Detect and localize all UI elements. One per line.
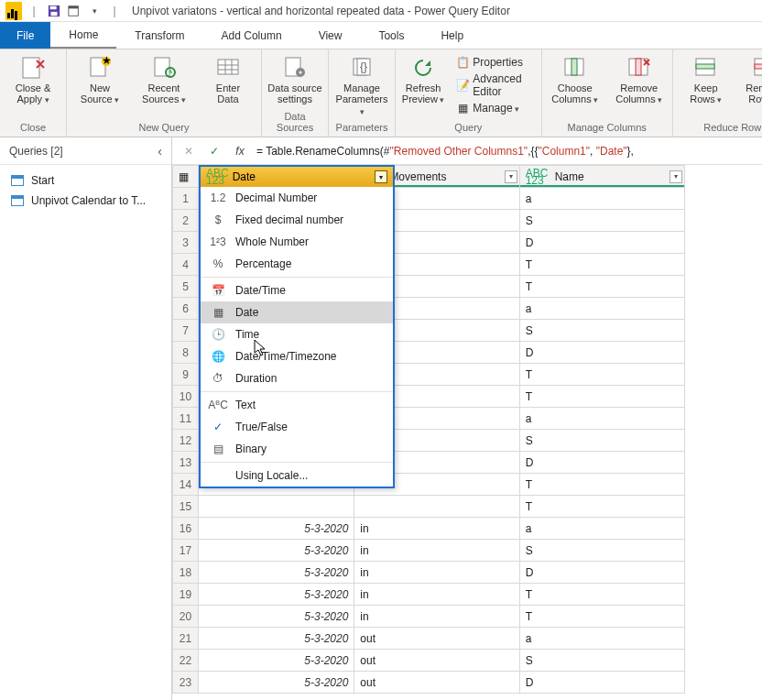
manage-button[interactable]: ▦Manage bbox=[454, 101, 521, 115]
cell-movements[interactable] bbox=[354, 496, 519, 518]
table-row[interactable]: 205-3-2020inT bbox=[173, 606, 685, 628]
tab-add-column[interactable]: Add Column bbox=[203, 22, 300, 49]
query-item-unpivot[interactable]: Unpivot Calendar to T... bbox=[0, 191, 171, 211]
fx-icon[interactable]: fx bbox=[231, 145, 249, 158]
close-apply-button[interactable]: Close & Apply bbox=[5, 55, 60, 105]
row-number[interactable]: 7 bbox=[173, 320, 199, 342]
type-menu-binary[interactable]: ▤Binary bbox=[201, 438, 393, 460]
row-number[interactable]: 6 bbox=[173, 298, 199, 320]
row-number[interactable]: 15 bbox=[173, 496, 199, 518]
qat-item[interactable] bbox=[65, 2, 83, 20]
tab-tools[interactable]: Tools bbox=[360, 22, 422, 49]
advanced-editor-button[interactable]: 📝Advanced Editor bbox=[454, 71, 535, 99]
data-source-settings-button[interactable]: Data source settings bbox=[267, 55, 322, 104]
tab-help[interactable]: Help bbox=[422, 22, 482, 49]
cell-date[interactable]: 5-3-2020 bbox=[199, 562, 354, 584]
queries-pane-header[interactable]: Queries [2] ‹ bbox=[0, 137, 171, 165]
table-row[interactable]: 15T bbox=[173, 496, 685, 518]
cell-name[interactable]: T bbox=[519, 364, 684, 386]
cell-name[interactable]: S bbox=[519, 320, 684, 342]
tab-transform[interactable]: Transform bbox=[116, 22, 202, 49]
row-number[interactable]: 1 bbox=[173, 188, 199, 210]
row-header-corner[interactable]: ▦ bbox=[173, 166, 199, 188]
row-number[interactable]: 5 bbox=[173, 276, 199, 298]
cell-movements[interactable]: out bbox=[354, 672, 519, 694]
cell-name[interactable]: T bbox=[519, 584, 684, 606]
row-number[interactable]: 12 bbox=[173, 430, 199, 452]
cancel-formula-icon[interactable]: ✕ bbox=[180, 145, 198, 158]
cell-movements[interactable]: in bbox=[354, 584, 519, 606]
cell-name[interactable]: S bbox=[519, 430, 684, 452]
table-row[interactable]: 185-3-2020inD bbox=[173, 562, 685, 584]
commit-formula-icon[interactable]: ✓ bbox=[205, 145, 223, 158]
column-filter-dropdown[interactable]: ▾ bbox=[505, 170, 517, 183]
cell-date[interactable]: 5-3-2020 bbox=[199, 628, 354, 650]
cell-date[interactable]: 5-3-2020 bbox=[199, 584, 354, 606]
cell-date[interactable]: 5-3-2020 bbox=[199, 540, 354, 562]
cell-name[interactable]: a bbox=[519, 298, 684, 320]
table-row[interactable]: 225-3-2020outS bbox=[173, 650, 685, 672]
cell-name[interactable]: D bbox=[519, 232, 684, 254]
column-header-name[interactable]: ABC123 Name ▾ bbox=[519, 166, 684, 188]
row-number[interactable]: 19 bbox=[173, 584, 199, 606]
cell-name[interactable]: a bbox=[519, 518, 684, 540]
cell-name[interactable]: D bbox=[519, 452, 684, 474]
table-row[interactable]: 215-3-2020outa bbox=[173, 628, 685, 650]
cell-movements[interactable]: in bbox=[354, 562, 519, 584]
type-menu-duration[interactable]: ⏱Duration bbox=[201, 367, 393, 389]
row-number[interactable]: 3 bbox=[173, 232, 199, 254]
cell-date[interactable]: 5-3-2020 bbox=[199, 606, 354, 628]
cell-name[interactable]: T bbox=[519, 496, 684, 518]
choose-columns-button[interactable]: Choose Columns bbox=[548, 55, 603, 105]
type-menu-truefalse[interactable]: ✓True/False bbox=[201, 416, 393, 438]
column-header-date-selected[interactable]: ABC123 Date ▾ bbox=[199, 165, 395, 187]
row-number[interactable]: 21 bbox=[173, 628, 199, 650]
enter-data-button[interactable]: Enter Data bbox=[201, 55, 256, 104]
cell-movements[interactable]: in bbox=[354, 540, 519, 562]
row-number[interactable]: 17 bbox=[173, 540, 199, 562]
tab-view[interactable]: View bbox=[300, 22, 361, 49]
type-menu-percentage[interactable]: %Percentage bbox=[201, 253, 393, 275]
cell-name[interactable]: S bbox=[519, 650, 684, 672]
keep-rows-button[interactable]: Keep Rows bbox=[679, 55, 734, 105]
cell-movements[interactable]: out bbox=[354, 628, 519, 650]
type-menu-date[interactable]: ▦Date bbox=[201, 301, 393, 323]
cell-name[interactable]: D bbox=[519, 672, 684, 694]
cell-movements[interactable]: in bbox=[354, 518, 519, 540]
type-menu-whole-number[interactable]: 1²3Whole Number bbox=[201, 231, 393, 253]
collapse-icon[interactable]: ‹ bbox=[158, 144, 162, 159]
cell-date[interactable]: 5-3-2020 bbox=[199, 672, 354, 694]
manage-parameters-button[interactable]: {} Manage Parameters bbox=[334, 55, 389, 117]
refresh-preview-button[interactable]: Refresh Preview bbox=[401, 55, 445, 105]
cell-date[interactable] bbox=[199, 496, 354, 518]
cell-name[interactable]: a bbox=[519, 628, 684, 650]
column-filter-dropdown[interactable]: ▾ bbox=[375, 170, 387, 183]
row-number[interactable]: 14 bbox=[173, 474, 199, 496]
cell-name[interactable]: T bbox=[519, 386, 684, 408]
table-row[interactable]: 175-3-2020inS bbox=[173, 540, 685, 562]
row-number[interactable]: 20 bbox=[173, 606, 199, 628]
cell-date[interactable]: 5-3-2020 bbox=[199, 650, 354, 672]
column-filter-dropdown[interactable]: ▾ bbox=[669, 170, 682, 183]
cell-name[interactable]: D bbox=[519, 562, 684, 584]
cell-name[interactable]: D bbox=[519, 342, 684, 364]
row-number[interactable]: 10 bbox=[173, 386, 199, 408]
tab-home[interactable]: Home bbox=[50, 22, 116, 49]
cell-name[interactable]: S bbox=[519, 540, 684, 562]
row-number[interactable]: 4 bbox=[173, 254, 199, 276]
query-item-start[interactable]: Start bbox=[0, 170, 171, 191]
row-number[interactable]: 13 bbox=[173, 452, 199, 474]
cell-movements[interactable]: in bbox=[354, 606, 519, 628]
save-icon[interactable] bbox=[45, 2, 63, 20]
remove-rows-button[interactable]: Remove Rows bbox=[743, 55, 762, 105]
cell-movements[interactable]: out bbox=[354, 650, 519, 672]
type-menu-datetime[interactable]: 📅Date/Time bbox=[201, 279, 393, 301]
qat-dropdown[interactable]: ▾ bbox=[85, 2, 103, 20]
table-row[interactable]: 165-3-2020ina bbox=[173, 518, 685, 540]
recent-sources-button[interactable]: Recent Sources bbox=[136, 55, 191, 105]
row-number[interactable]: 9 bbox=[173, 364, 199, 386]
type-menu-datetimezone[interactable]: 🌐Date/Time/Timezone bbox=[201, 345, 393, 367]
cell-date[interactable]: 5-3-2020 bbox=[199, 518, 354, 540]
row-number[interactable]: 8 bbox=[173, 342, 199, 364]
cell-name[interactable]: T bbox=[519, 276, 684, 298]
